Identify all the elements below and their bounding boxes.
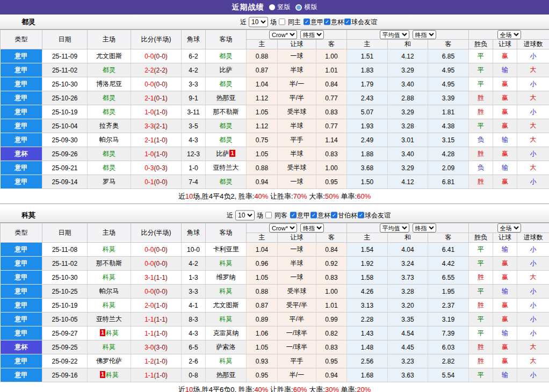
match-row: 意甲25-09-22佛罗伦萨1-2(1-0)2-6科莫0.93平手0.952.5… (1, 354, 549, 368)
col-header-avg-away: 客 (428, 40, 469, 49)
home-team-cell: 罗马 (88, 175, 131, 189)
home-team-cell: 都灵 (88, 105, 131, 119)
match-row: 意甲25-10-19科莫2-0(1-0)4-1尤文图斯0.87受平/半1.013… (1, 299, 549, 313)
competition-label: 球会友谊 (351, 17, 377, 26)
home-team-cell: 都灵 (88, 161, 131, 175)
odds-away-cell: 0.84 (316, 243, 347, 257)
avg-home-cell: 3.68 (347, 161, 388, 175)
score-cell: 0-3(0-3) (131, 161, 182, 175)
col-header-date: 日期 (42, 223, 88, 243)
competition-type-cell: 意甲 (1, 368, 42, 382)
section-header-1: 都灵 近 10 场 同主 ✓意甲✓意杯✓球会友谊 (0, 14, 549, 30)
same-venue-checkbox[interactable] (265, 212, 272, 219)
result-outcome-cell: 平 (469, 49, 493, 63)
games-label: 场 (270, 17, 277, 26)
team-name-text: 罗马 (103, 178, 115, 185)
same-venue-checkbox[interactable] (279, 19, 285, 25)
home-team-cell: 帕尔马 (88, 285, 131, 299)
fulltime-score: 0-0 (145, 288, 154, 295)
competition-type-cell: 意甲 (1, 133, 42, 147)
avg-final-select[interactable]: 终指 (413, 223, 436, 233)
avg-draw-cell: 4.54 (388, 326, 428, 340)
vertical-view-radio[interactable] (269, 4, 275, 10)
team-section-1: 都灵 近 10 场 同主 ✓意甲✓意杯✓球会友谊 类型 日期 主场 比分(半场)… (0, 14, 549, 204)
scope-select[interactable]: 全场 (497, 30, 521, 39)
avg-final-select[interactable]: 终指 (413, 30, 436, 39)
avg-away-cell: 4.28 (428, 147, 469, 161)
match-row: 意甲25-09-271科莫1-1(1-0)4-3克雷莫纳1.06一/球半0.82… (1, 326, 549, 340)
result-handicap-cell: 赢 (493, 299, 517, 313)
competition-checkbox[interactable]: ✓ (331, 212, 337, 219)
match-row: 意甲25-09-30帕尔马2-1(1-0)4-3都灵0.75平手1.142.49… (1, 133, 549, 147)
competition-type-cell: 意甲 (1, 161, 42, 175)
competition-type-cell: 意甲 (1, 243, 42, 257)
odds-source-select[interactable]: Crow* (269, 30, 297, 39)
fulltime-score: 2-1 (145, 136, 154, 144)
competition-checkbox[interactable]: ✓ (290, 212, 297, 219)
competition-checkbox[interactable]: ✓ (310, 212, 317, 219)
match-count-select[interactable]: 10 (235, 210, 255, 220)
away-team-cell: 都灵 (206, 133, 247, 147)
home-team-cell: 科莫 (88, 299, 131, 313)
col-header-odds-away: 客 (316, 40, 347, 49)
col-header-type: 类型 (1, 223, 42, 243)
odds-away-cell: 1.00 (316, 161, 347, 175)
odds-source-select[interactable]: Crow* (269, 223, 297, 233)
avg-away-cell: 6.03 (428, 340, 469, 354)
col-header-corner: 角球 (182, 30, 206, 49)
halftime-score: (1-0) (154, 372, 168, 379)
result-goals-cell: 小 (517, 368, 549, 382)
result-goals-cell: 小 (517, 175, 549, 189)
avg-source-select[interactable]: 平均值 (380, 223, 409, 233)
avg-away-cell: 4.95 (428, 77, 469, 91)
avg-source-select[interactable]: 平均值 (380, 30, 409, 39)
summary-text: 近 (178, 192, 185, 200)
competition-checkbox[interactable]: ✓ (358, 212, 364, 219)
result-outcome-cell: 胜 (469, 91, 493, 105)
away-team-cell: 那不勒斯 (206, 105, 247, 119)
summary-text: 20% (357, 386, 371, 392)
horizontal-view-radio[interactable] (295, 4, 302, 11)
summary-text: 单率: (339, 386, 357, 392)
home-team-cell: 亚特兰大 (88, 313, 131, 326)
odds-away-cell: 0.82 (316, 326, 347, 340)
avg-home-cell: 2.28 (347, 313, 388, 326)
odds-home-cell: 1.05 (247, 147, 278, 161)
odds-home-cell: 1.12 (247, 119, 278, 133)
match-count-select[interactable]: 10 (249, 17, 268, 27)
fulltime-score: 3-0 (145, 344, 154, 351)
avg-away-cell: 3.19 (428, 313, 469, 326)
odds-final-select[interactable]: 终指 (300, 30, 324, 39)
away-team-cell: 科莫 (206, 313, 247, 326)
match-row: 意甲25-09-21都灵0-3(0-3)1-0亚特兰大0.88受半球1.003.… (1, 161, 549, 175)
corner-cell: 4-2 (182, 63, 206, 77)
competition-type-cell: 意甲 (1, 119, 42, 133)
corner-cell: 3-11 (182, 105, 206, 119)
home-team-cell: 那不勒斯 (88, 257, 131, 271)
summary-text: 10 (185, 386, 193, 392)
competition-checkbox[interactable]: ✓ (304, 19, 310, 25)
result-outcome-cell: 胜 (469, 105, 493, 119)
result-handicap-cell: 输 (493, 285, 517, 299)
red-card-badge: 1 (100, 329, 105, 336)
odds-final-select[interactable]: 终指 (300, 223, 324, 233)
avg-away-cell: 4.95 (428, 63, 469, 77)
halftime-score: (1-0) (154, 358, 168, 365)
title-bar: 近期战绩 竖版 横版 (0, 0, 549, 14)
result-goals-cell: 大 (517, 271, 549, 285)
team-name-text: 都灵 (220, 122, 233, 129)
scope-select[interactable]: 全场 (497, 223, 521, 233)
result-handicap-cell: 赢 (493, 91, 517, 105)
competition-checkbox[interactable]: ✓ (344, 19, 351, 25)
match-row: 意甲25-10-26都灵2-1(0-1)9-1热那亚1.12平/半0.772.4… (1, 91, 549, 105)
competition-checkbox[interactable]: ✓ (324, 19, 330, 25)
result-goals-cell: 小 (517, 257, 549, 271)
result-goals-cell: 大 (517, 133, 549, 147)
date-cell: 25-11-08 (42, 243, 88, 257)
same-venue-label: 同主 (288, 17, 301, 26)
col-header-odds-away: 客 (316, 233, 347, 243)
avg-away-cell: 2.37 (428, 299, 469, 313)
competition-label: 意甲 (297, 210, 310, 220)
competition-type-cell: 意杯 (1, 147, 42, 161)
team-name-text: 都灵 (220, 80, 233, 88)
